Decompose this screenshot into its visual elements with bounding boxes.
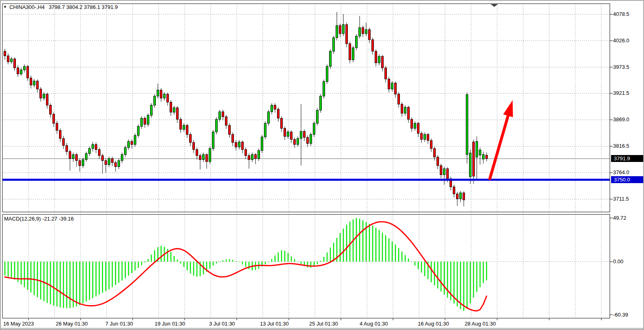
bear-candle — [372, 40, 374, 51]
bull-candle — [336, 26, 338, 38]
price-axis-label: 3816.5 — [613, 143, 643, 149]
bear-candle — [339, 26, 341, 34]
bull-candle — [404, 107, 406, 113]
bear-candle — [346, 24, 348, 44]
bear-candle — [463, 193, 465, 200]
time-axis-label: 4 Aug 01:30 — [360, 321, 388, 327]
bear-candle — [46, 94, 48, 105]
bear-candle — [290, 132, 293, 140]
current-price-badge: 3791.9 — [611, 155, 644, 162]
bear-candle — [27, 66, 29, 78]
bear-candle — [66, 146, 68, 152]
bull-candle — [330, 51, 332, 66]
bull-candle — [469, 153, 472, 177]
bull-candle — [238, 142, 240, 147]
bull-candle — [128, 142, 130, 148]
bear-candle — [242, 142, 244, 150]
bear-candle — [102, 155, 104, 160]
bull-candle — [479, 150, 481, 155]
bear-candle — [167, 94, 169, 102]
bear-candle — [411, 119, 413, 128]
bear-candle — [30, 78, 32, 85]
price-axis-label: 3973.5 — [613, 64, 643, 70]
bear-candle — [56, 123, 58, 130]
up-arrow-shaft[interactable] — [490, 114, 509, 179]
main-panel[interactable] — [2, 4, 610, 212]
bear-candle — [222, 112, 224, 117]
bull-candle — [89, 149, 91, 153]
macd-axis-label: -60.39 — [613, 312, 643, 318]
bull-candle — [118, 161, 120, 167]
bear-candle — [362, 28, 364, 34]
bear-candle — [294, 140, 296, 144]
bull-candle — [365, 30, 367, 34]
bear-candle — [59, 130, 61, 138]
bear-candle — [111, 159, 114, 163]
bear-candle — [206, 155, 208, 162]
bull-candle — [424, 134, 426, 139]
bear-candle — [284, 128, 286, 136]
bull-candle — [24, 66, 26, 70]
bear-candle — [235, 142, 237, 147]
bear-candle — [98, 149, 100, 155]
bull-candle — [414, 123, 416, 128]
bear-candle — [17, 68, 19, 74]
bull-candle — [108, 159, 110, 165]
window-bottom-edge — [1, 328, 644, 330]
bull-candle — [216, 119, 218, 132]
bear-candle — [382, 56, 384, 68]
bear-candle — [486, 155, 488, 158]
macd-panel[interactable] — [2, 214, 610, 318]
bear-candle — [307, 138, 309, 144]
price-axis-label: 3711.5 — [613, 196, 643, 202]
bear-candle — [144, 118, 146, 125]
bear-candle — [434, 149, 436, 157]
bull-candle — [326, 66, 328, 81]
bear-candle — [456, 194, 458, 199]
bear-candle — [160, 90, 162, 98]
time-axis-label: 19 Jun 01:30 — [155, 321, 185, 327]
bull-candle — [134, 135, 136, 144]
bear-candle — [453, 187, 455, 194]
chart-shift-marker[interactable] — [491, 4, 498, 7]
bear-candle — [95, 144, 97, 149]
bear-candle — [177, 108, 179, 119]
symbol-dropdown-icon[interactable]: ▼ — [3, 5, 7, 9]
bear-candle — [398, 94, 400, 104]
bull-candle — [356, 36, 358, 48]
time-axis-label: 16 May 2023 — [3, 321, 34, 327]
symbol-timeframe-label: CHINA300-,H4 — [9, 4, 45, 10]
bear-candle — [385, 68, 387, 79]
bear-candle — [447, 168, 449, 179]
bear-candle — [255, 155, 257, 159]
bear-candle — [408, 107, 410, 119]
bull-candle — [82, 160, 84, 166]
bear-candle — [14, 59, 16, 68]
bull-candle — [72, 155, 74, 159]
bear-candle — [79, 161, 81, 166]
up-arrow-head[interactable] — [503, 100, 513, 117]
price-axis-label: 3764.0 — [613, 169, 643, 175]
bear-candle — [349, 44, 351, 60]
bull-candle — [203, 155, 205, 160]
bull-candle — [183, 125, 185, 129]
bull-candle — [164, 94, 166, 98]
bear-candle — [7, 56, 9, 62]
bull-candle — [378, 56, 380, 63]
chart-canvas[interactable] — [1, 1, 644, 330]
bear-candle — [40, 89, 42, 98]
bear-candle — [248, 155, 250, 160]
bear-candle — [274, 105, 276, 109]
bear-candle — [53, 114, 55, 123]
bear-candle — [401, 104, 403, 113]
time-axis-label: 26 May 01:30 — [56, 321, 88, 327]
bear-candle — [131, 142, 133, 144]
bull-candle — [43, 94, 45, 98]
time-axis-label: 28 Aug 01:30 — [465, 321, 496, 327]
bear-candle — [421, 133, 423, 140]
bull-candle — [121, 155, 123, 161]
bear-candle — [277, 109, 279, 118]
bear-candle — [193, 142, 195, 149]
bear-candle — [190, 134, 192, 142]
bear-candle — [388, 79, 390, 89]
